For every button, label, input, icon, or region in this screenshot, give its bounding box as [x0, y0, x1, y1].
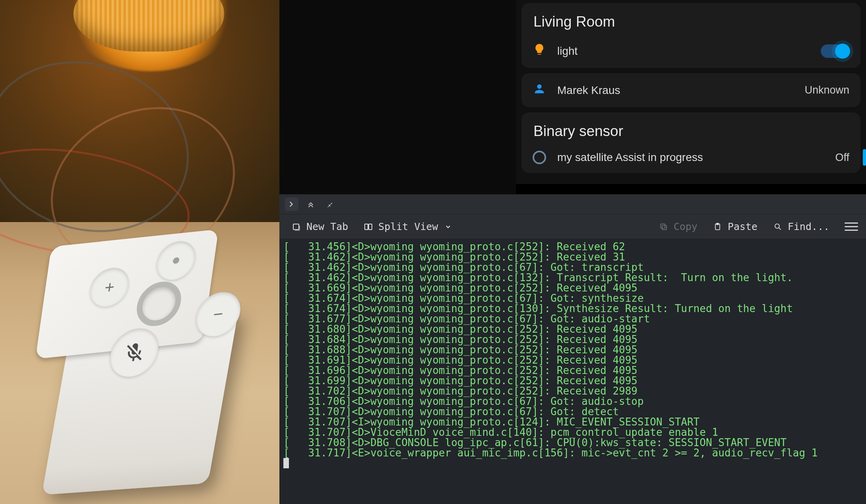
- chevron-down-icon: [443, 222, 453, 232]
- log-line: [ 31.462]<D>wyoming wyoming_proto.c[132]…: [283, 272, 862, 283]
- person-name: Marek Kraus: [557, 84, 793, 97]
- log-line: [ 31.462]<D>wyoming wyoming_proto.c[67]:…: [283, 262, 862, 272]
- collapse-up-icon[interactable]: [304, 197, 318, 211]
- log-line: [ 31.677]<D>wyoming wyoming_proto.c[67]:…: [283, 314, 862, 324]
- search-icon: [773, 222, 783, 232]
- log-line: [ 31.696]<D>wyoming wyoming_proto.c[252]…: [283, 365, 862, 376]
- device-top-face: + −: [35, 229, 219, 359]
- paste-label: Paste: [727, 221, 757, 232]
- light-toggle[interactable]: [821, 44, 849, 58]
- terminal-cursor: [283, 458, 289, 468]
- log-line: [ 31.707]<I>wyoming wyoming_proto.c[124]…: [283, 417, 862, 427]
- log-line: [ 31.702]<D>wyoming wyoming_proto.c[252]…: [283, 386, 862, 396]
- log-line: [ 31.680]<D>wyoming wyoming_proto.c[252]…: [283, 324, 862, 334]
- binary-sensor-card: Binary sensor my satellite Assist in pro…: [522, 113, 860, 173]
- copy-icon: [658, 222, 669, 232]
- log-line: [ 31.708]<D>DBG_CONSOLE log_ipc_ap.c[61]…: [283, 437, 862, 448]
- hamburger-menu-button[interactable]: [841, 220, 858, 233]
- paste-icon: [712, 222, 723, 232]
- svg-rect-3: [662, 225, 666, 230]
- svg-rect-1: [365, 224, 368, 230]
- mic-off-icon: [121, 340, 147, 365]
- living-room-card: Living Room light: [522, 3, 860, 68]
- find-button[interactable]: Find...: [769, 218, 833, 235]
- log-line: [ 31.674]<D>wyoming wyoming_proto.c[130]…: [283, 303, 862, 314]
- device-action-button: [154, 239, 198, 282]
- device-volume-up-button: +: [88, 266, 131, 309]
- log-line: [ 31.707]<D>wyoming wyoming_proto.c[67]:…: [283, 406, 862, 417]
- log-line: [ 31.706]<D>wyoming wyoming_proto.c[67]:…: [283, 396, 862, 406]
- entity-row-person[interactable]: Marek Kraus Unknown: [522, 73, 860, 107]
- svg-rect-2: [369, 224, 372, 230]
- svg-point-7: [775, 224, 779, 228]
- new-tab-label: New Tab: [306, 221, 348, 232]
- entity-state: Off: [835, 151, 849, 164]
- terminal-titlebar: [279, 194, 866, 215]
- log-line: [ 31.684]<D>wyoming wyoming_proto.c[252]…: [283, 334, 862, 345]
- voice-assistant-device: + −: [28, 227, 250, 475]
- split-view-icon: [363, 222, 373, 232]
- device-volume-down-button: −: [193, 290, 243, 339]
- paste-button[interactable]: Paste: [708, 218, 761, 235]
- device-ring-button: [134, 280, 184, 328]
- card-title: Living Room: [522, 3, 860, 34]
- log-line: [ 31.688]<D>wyoming wyoming_proto.c[252]…: [283, 345, 862, 355]
- log-line: [ 31.456]<D>wyoming wyoming_proto.c[252]…: [283, 241, 862, 252]
- svg-rect-0: [293, 224, 299, 230]
- split-view-button[interactable]: Split View: [359, 218, 457, 235]
- person-state: Unknown: [804, 84, 849, 96]
- log-line: [ 31.669]<D>wyoming wyoming_proto.c[252]…: [283, 283, 862, 293]
- find-label: Find...: [788, 221, 829, 232]
- person-card: Marek Kraus Unknown: [522, 73, 860, 107]
- prompt-icon[interactable]: [285, 197, 298, 211]
- log-line: [ 31.707]<D>VioceMinD voice_mind.c[140]:…: [283, 427, 862, 437]
- copy-button[interactable]: Copy: [654, 218, 701, 235]
- background-dark: [279, 0, 516, 194]
- svg-rect-6: [717, 223, 719, 224]
- terminal-toolbar: New Tab Split View Copy Paste: [279, 215, 866, 239]
- radiobox-blank-icon: [533, 151, 546, 164]
- person-icon: [533, 82, 546, 98]
- log-line: [ 31.691]<D>wyoming wyoming_proto.c[252]…: [283, 355, 862, 365]
- lightbulb-icon: [533, 43, 546, 59]
- svg-rect-4: [661, 224, 665, 228]
- copy-label: Copy: [674, 221, 697, 232]
- new-tab-icon: [291, 222, 302, 232]
- home-assistant-panel: Living Room light Marek Kraus Unknown Bi…: [516, 0, 866, 184]
- split-view-label: Split View: [378, 221, 438, 232]
- log-line: [ 31.717]<E>voice_wrapper aui_mic_imp.c[…: [283, 448, 862, 458]
- terminal-output[interactable]: [ 31.456]<D>wyoming wyoming_proto.c[252]…: [279, 239, 866, 504]
- log-line: [ 31.699]<D>wyoming wyoming_proto.c[252]…: [283, 376, 862, 386]
- pin-icon[interactable]: [323, 197, 337, 211]
- new-tab-button[interactable]: New Tab: [287, 218, 352, 235]
- entity-row-light[interactable]: light: [522, 34, 860, 68]
- photo-panel: + −: [0, 0, 279, 504]
- entity-label: light: [557, 45, 810, 57]
- card-title: Binary sensor: [522, 113, 860, 142]
- entity-label: my satellite Assist in progress: [557, 151, 824, 164]
- terminal-window: New Tab Split View Copy Paste: [279, 194, 866, 504]
- hamburger-icon: [845, 222, 858, 231]
- entity-row-binary-sensor[interactable]: my satellite Assist in progress Off: [522, 142, 860, 173]
- log-line: [ 31.462]<D>wyoming wyoming_proto.c[252]…: [283, 252, 862, 262]
- log-line: [ 31.674]<D>wyoming wyoming_proto.c[67]:…: [283, 293, 862, 303]
